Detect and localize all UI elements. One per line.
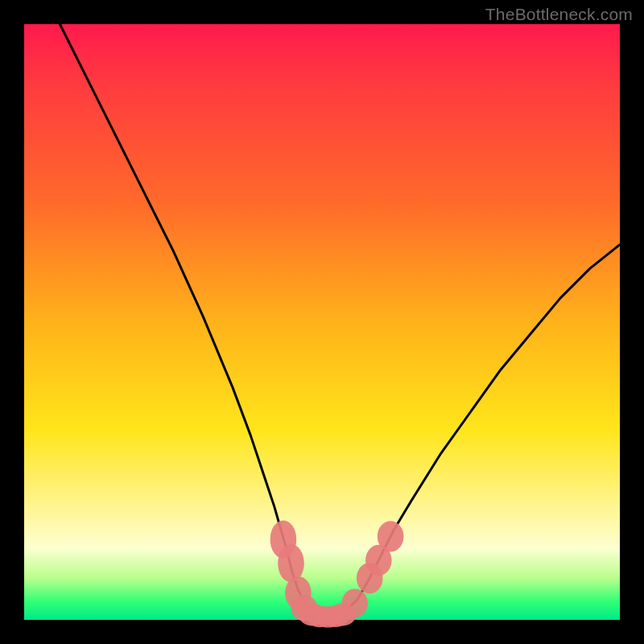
marker-dot xyxy=(378,521,404,551)
watermark-text: TheBottleneck.com xyxy=(485,5,633,24)
bottleneck-curve xyxy=(60,24,620,617)
chart-frame: TheBottleneck.com xyxy=(0,0,644,644)
curve-svg xyxy=(24,24,620,620)
plot-area xyxy=(24,24,620,620)
marker-group xyxy=(270,520,404,627)
marker-dot xyxy=(341,589,368,618)
